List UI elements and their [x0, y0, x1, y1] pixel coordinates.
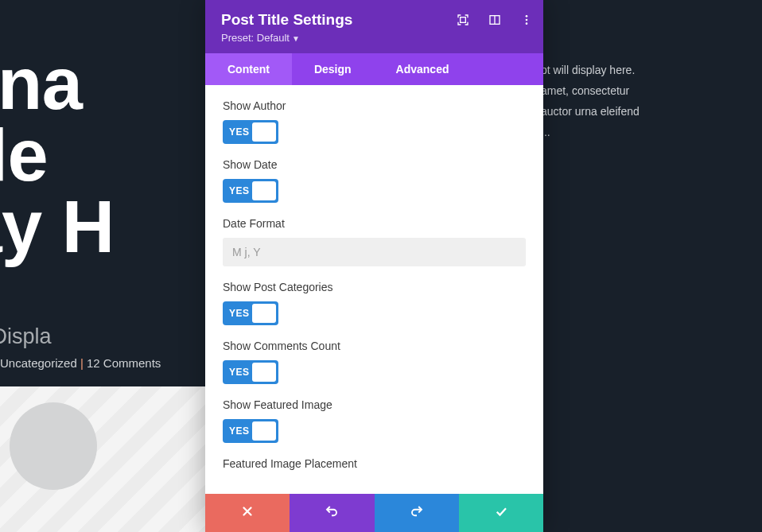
excerpt-line: pt will display here.: [541, 64, 635, 76]
placeholder-shape: [10, 402, 97, 490]
bg-title-line2: t Title: [0, 115, 48, 196]
header-icon-group: [456, 13, 534, 27]
field-show-author: Show Author YES: [223, 99, 526, 144]
toggle-show-comments[interactable]: YES: [223, 360, 278, 384]
toggle-knob: [252, 304, 276, 323]
field-date-format: Date Format: [223, 217, 526, 266]
toggle-on-label: YES: [229, 126, 250, 138]
toggle-knob: [252, 122, 276, 142]
preset-dropdown[interactable]: Preset: Default▼: [221, 32, 527, 44]
toggle-on-label: YES: [229, 425, 250, 437]
background-excerpt: pt will display here. amet, consectetur …: [541, 60, 762, 143]
field-show-comments: Show Comments Count YES: [223, 340, 526, 384]
input-date-format[interactable]: [223, 238, 526, 266]
toggle-knob: [252, 421, 276, 441]
label-show-comments: Show Comments Count: [223, 340, 526, 352]
background-meta: Uncategorized | 12 Comments: [0, 356, 161, 370]
label-date-format: Date Format: [223, 217, 526, 230]
modal-footer: [205, 494, 543, 532]
cancel-button[interactable]: [205, 494, 290, 532]
undo-icon: [325, 504, 339, 522]
label-featured-placement: Featured Image Placement: [223, 457, 526, 470]
save-button[interactable]: [459, 494, 543, 532]
label-show-date: Show Date: [223, 158, 526, 171]
svg-rect-0: [461, 17, 466, 23]
caret-down-icon: ▼: [292, 34, 300, 43]
responsive-icon[interactable]: [488, 13, 502, 27]
bg-title-line1: r Dyna: [0, 43, 82, 124]
svg-point-3: [526, 15, 528, 17]
field-featured-placement: Featured Image Placement: [223, 457, 526, 470]
excerpt-line: auctor urna eleifend: [541, 105, 640, 118]
toggle-knob: [252, 363, 276, 382]
settings-modal: Post Title Settings Preset: Default▼ Con…: [205, 0, 543, 532]
toggle-on-label: YES: [229, 185, 250, 196]
toggle-show-date[interactable]: YES: [223, 179, 278, 203]
background-subtitle: Post Title Will Displa: [0, 324, 52, 349]
toggle-show-author[interactable]: YES: [223, 120, 278, 144]
modal-header: Post Title Settings Preset: Default▼: [205, 0, 543, 53]
redo-button[interactable]: [375, 494, 459, 532]
label-show-categories: Show Post Categories: [223, 281, 526, 293]
toggle-knob: [252, 181, 276, 200]
preset-label: Preset: Default: [221, 32, 290, 44]
tabs-bar: Content Design Advanced: [205, 53, 543, 85]
field-show-date: Show Date YES: [223, 158, 526, 203]
label-show-author: Show Author: [223, 99, 526, 112]
toggle-show-featured[interactable]: YES: [223, 419, 278, 443]
panel-body: Show Author YES Show Date YES Date Forma…: [205, 85, 543, 494]
toggle-on-label: YES: [229, 308, 250, 319]
expand-icon[interactable]: [456, 13, 470, 27]
meta-comments: 12 Comments: [87, 356, 161, 370]
toggle-show-categories[interactable]: YES: [223, 301, 278, 325]
more-options-icon[interactable]: [519, 13, 534, 27]
svg-point-5: [526, 22, 528, 25]
close-icon: [240, 504, 255, 522]
meta-separator: |: [77, 356, 87, 370]
background-image-placeholder: [0, 386, 205, 532]
excerpt-line: amet, consectetur: [541, 84, 629, 97]
redo-icon: [410, 504, 424, 522]
toggle-on-label: YES: [229, 367, 250, 378]
tab-advanced[interactable]: Advanced: [374, 53, 472, 85]
tab-content[interactable]: Content: [205, 53, 292, 85]
svg-point-4: [526, 19, 528, 21]
bg-title-line3: splay H: [0, 186, 115, 267]
tab-design[interactable]: Design: [292, 53, 374, 85]
label-show-featured: Show Featured Image: [223, 398, 526, 411]
field-show-categories: Show Post Categories YES: [223, 281, 526, 325]
undo-button[interactable]: [290, 494, 374, 532]
check-icon: [494, 504, 508, 522]
field-show-featured: Show Featured Image YES: [223, 398, 526, 443]
background-post-title: r Dyna t Title splay H: [0, 48, 115, 262]
meta-category: Uncategorized: [0, 356, 77, 370]
